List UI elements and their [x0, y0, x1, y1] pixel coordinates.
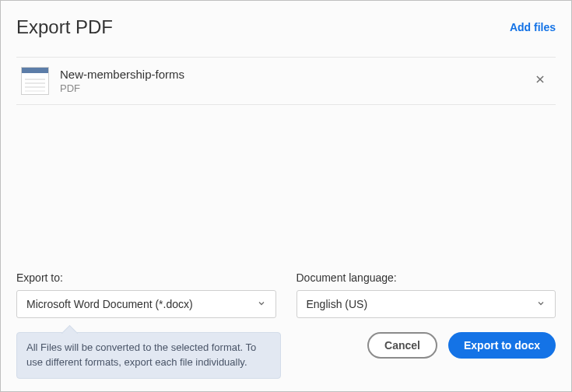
file-row: New-membership-forms PDF	[16, 58, 556, 105]
close-icon	[535, 74, 546, 88]
footer-row: All Files will be converted to the selec…	[16, 324, 556, 379]
export-button[interactable]: Export to docx	[448, 332, 556, 359]
action-buttons: Cancel Export to docx	[367, 332, 556, 359]
remove-file-button[interactable]	[529, 70, 551, 92]
dialog-header: Export PDF Add files	[16, 16, 556, 38]
format-hint-tooltip: All Files will be converted to the selec…	[16, 332, 281, 379]
chevron-down-icon	[536, 298, 546, 310]
export-pdf-dialog: Export PDF Add files New-membership-form…	[0, 0, 572, 392]
file-name: New-membership-forms	[60, 68, 529, 81]
file-info: New-membership-forms PDF	[60, 68, 529, 94]
document-language-label: Document language:	[297, 271, 556, 284]
document-language-select[interactable]: English (US)	[297, 290, 556, 318]
chevron-down-icon	[257, 298, 266, 310]
file-type-label: PDF	[60, 82, 529, 94]
add-files-link[interactable]: Add files	[510, 21, 556, 33]
file-list: New-membership-forms PDF	[16, 57, 556, 105]
document-language-group: Document language: English (US)	[297, 271, 556, 318]
export-to-group: Export to: Microsoft Word Document (*.do…	[16, 271, 276, 318]
cancel-button[interactable]: Cancel	[367, 332, 437, 359]
options-row: Export to: Microsoft Word Document (*.do…	[16, 271, 556, 318]
dialog-title: Export PDF	[16, 16, 113, 38]
file-thumbnail-icon	[21, 67, 49, 95]
export-to-label: Export to:	[16, 271, 276, 284]
export-to-value: Microsoft Word Document (*.docx)	[26, 298, 193, 310]
export-to-select[interactable]: Microsoft Word Document (*.docx)	[16, 290, 276, 318]
document-language-value: English (US)	[307, 298, 368, 310]
